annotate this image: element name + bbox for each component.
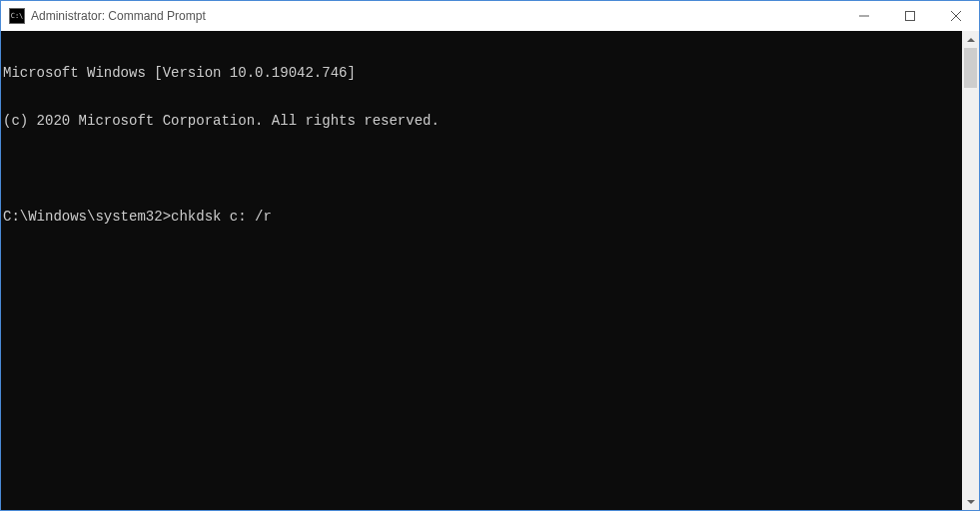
svg-marker-4 <box>967 38 975 42</box>
terminal[interactable]: Microsoft Windows [Version 10.0.19042.74… <box>1 31 962 510</box>
minimize-button[interactable] <box>841 1 887 31</box>
maximize-icon <box>905 11 915 21</box>
terminal-line: (c) 2020 Microsoft Corporation. All righ… <box>3 113 962 129</box>
window-controls <box>841 1 979 31</box>
terminal-wrapper: Microsoft Windows [Version 10.0.19042.74… <box>1 31 979 510</box>
terminal-line <box>3 161 962 177</box>
close-button[interactable] <box>933 1 979 31</box>
close-icon <box>951 11 961 21</box>
scroll-down-arrow[interactable] <box>962 493 979 510</box>
command-prompt-window: C:\ Administrator: Command Prompt Micros… <box>0 0 980 511</box>
cmd-icon-text: C:\ <box>11 13 24 20</box>
titlebar[interactable]: C:\ Administrator: Command Prompt <box>1 1 979 31</box>
terminal-prompt-line: C:\Windows\system32>chkdsk c: /r <box>3 209 962 225</box>
vertical-scrollbar[interactable] <box>962 31 979 510</box>
cmd-icon: C:\ <box>9 8 25 24</box>
terminal-line: Microsoft Windows [Version 10.0.19042.74… <box>3 65 962 81</box>
maximize-button[interactable] <box>887 1 933 31</box>
scroll-thumb[interactable] <box>964 48 977 88</box>
chevron-up-icon <box>967 38 975 42</box>
svg-rect-1 <box>906 12 915 21</box>
window-title: Administrator: Command Prompt <box>31 9 841 23</box>
svg-marker-5 <box>967 500 975 504</box>
chevron-down-icon <box>967 500 975 504</box>
scroll-track[interactable] <box>962 48 979 493</box>
scroll-up-arrow[interactable] <box>962 31 979 48</box>
terminal-prompt: C:\Windows\system32> <box>3 209 171 225</box>
minimize-icon <box>859 11 869 21</box>
terminal-command: chkdsk c: /r <box>171 209 272 225</box>
